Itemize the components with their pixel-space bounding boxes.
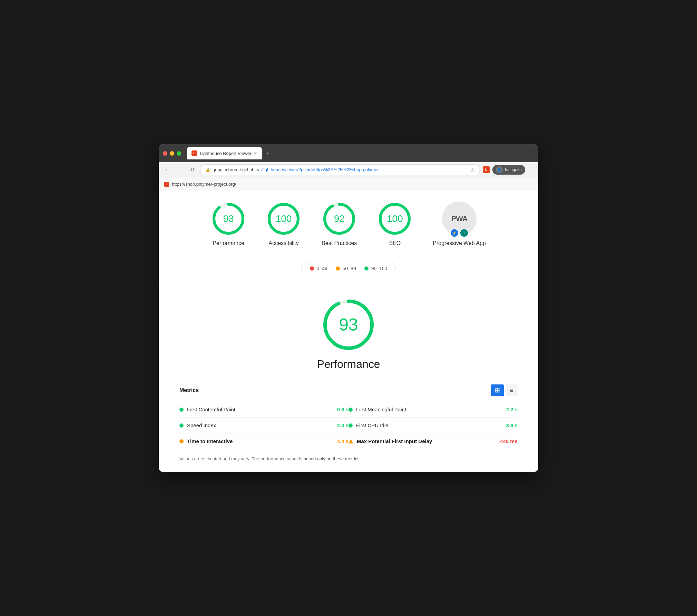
metrics-note: Values are estimated and may vary. The p… [179, 456, 518, 461]
metric-row-fmp: First Meaningful Paint 2.2 s [348, 402, 518, 418]
performance-section: 93 Performance Metrics ⊞ ≡ [159, 283, 538, 472]
accessibility-circle: 100 [266, 202, 301, 236]
best-practices-circle: 92 [322, 202, 356, 236]
metrics-label: Metrics [179, 387, 199, 393]
url-base: googlechrome.github.io [213, 167, 259, 172]
metric-row-fcp: First Contentful Paint 0.8 s [179, 402, 348, 418]
fci-value: 3.6 s [506, 422, 518, 428]
info-bar: L https://shop.polymer-project.org/ ⋮ [159, 177, 538, 191]
seo-circle: 100 [377, 202, 412, 236]
metric-row-fci: First CPU Idle 3.6 s [348, 418, 518, 433]
legend-orange-dot [336, 266, 340, 271]
si-value: 2.3 s [337, 422, 348, 428]
performance-score-value: 93 [223, 213, 234, 224]
fcp-status-dot [179, 408, 184, 412]
refresh-button[interactable]: ↺ [188, 165, 197, 175]
seo-score-item[interactable]: 100 SEO [367, 202, 422, 246]
main-content: 93 Performance 100 Accessibility [159, 191, 538, 472]
mpfid-value: 440 ms [500, 438, 518, 444]
traffic-lights [163, 151, 181, 156]
accessibility-score-value: 100 [276, 213, 292, 224]
info-favicon: L [164, 182, 169, 187]
accessibility-score-item[interactable]: 100 Accessibility [256, 202, 311, 246]
legend-red-label: 0–49 [317, 266, 327, 271]
fci-status-dot [348, 423, 353, 428]
si-name: Speed Index [187, 422, 334, 428]
perf-score-center: 93 Performance [179, 297, 518, 371]
incognito-face-icon: 👤 [496, 166, 503, 173]
performance-score-item[interactable]: 93 Performance [201, 202, 256, 246]
metric-row-tti: Time to Interactive 4.4 s [179, 433, 348, 449]
extension-icon[interactable]: L [483, 166, 490, 173]
list-toggle-button[interactable]: ≡ [505, 384, 518, 396]
tti-name: Time to Interactive [187, 438, 334, 444]
tab-close-button[interactable]: × [254, 150, 257, 156]
metric-row-si: Speed Index 2.3 s [179, 418, 348, 433]
active-tab[interactable]: L Lighthouse Report Viewer × [187, 147, 262, 159]
minimize-traffic-light[interactable] [170, 151, 174, 156]
grid-icon: ⊞ [495, 387, 500, 394]
pwa-plus-icon: + [460, 228, 469, 237]
tti-status-dot [179, 439, 184, 443]
metrics-note-end: . [361, 456, 362, 461]
metrics-note-link[interactable]: based only on these metrics [304, 456, 360, 461]
seo-score-label: SEO [389, 240, 401, 246]
tab-bar: L Lighthouse Report Viewer × + [187, 147, 534, 159]
incognito-label: Incognito [505, 167, 522, 172]
maximize-traffic-light[interactable] [177, 151, 181, 156]
pwa-label: Progressive Web App [433, 240, 486, 246]
fcp-value: 0.8 s [337, 407, 348, 412]
lock-icon: 🔒 [205, 167, 210, 172]
metric-row-mpfid: Max Potential First Input Delay 440 ms [348, 433, 518, 449]
pwa-sub-icons: ⚡ + [450, 228, 469, 237]
forward-button[interactable]: → [175, 165, 185, 175]
close-traffic-light[interactable] [163, 151, 167, 156]
metrics-left-col: First Contentful Paint 0.8 s Speed Index… [179, 402, 348, 449]
metrics-grid: First Contentful Paint 0.8 s Speed Index… [179, 402, 518, 449]
info-bar-url: https://shop.polymer-project.org/ [172, 182, 236, 187]
legend-green-label: 90–100 [371, 266, 387, 271]
mpfid-status-icon [348, 439, 353, 443]
tab-favicon: L [192, 150, 197, 156]
accessibility-score-label: Accessibility [269, 240, 299, 246]
list-icon: ≡ [510, 387, 513, 394]
mpfid-name: Max Potential First Input Delay [357, 438, 497, 444]
scores-section: 93 Performance 100 Accessibility [159, 191, 538, 257]
performance-circle: 93 [211, 202, 246, 236]
metrics-right-col: First Meaningful Paint 2.2 s First CPU I… [348, 402, 518, 449]
legend-red-dot [310, 266, 314, 271]
fmp-name: First Meaningful Paint [356, 407, 503, 412]
fci-name: First CPU Idle [356, 422, 503, 428]
metrics-header: Metrics ⊞ ≡ [179, 384, 518, 396]
legend-section: 0–49 50–89 90–100 [159, 257, 538, 283]
new-tab-button[interactable]: + [263, 149, 273, 157]
legend-orange-label: 50–89 [343, 266, 356, 271]
legend-green-dot [364, 266, 369, 271]
perf-score-number: 93 [339, 315, 358, 335]
tab-title: Lighthouse Report Viewer [200, 151, 251, 156]
bookmark-icon[interactable]: ☆ [470, 167, 475, 173]
legend-box: 0–49 50–89 90–100 [301, 263, 396, 274]
fmp-status-dot [348, 408, 353, 412]
legend-red: 0–49 [310, 266, 327, 271]
fmp-value: 2.2 s [506, 407, 518, 412]
info-bar-menu[interactable]: ⋮ [527, 181, 533, 187]
incognito-button[interactable]: 👤 Incognito [492, 165, 525, 175]
best-practices-score-item[interactable]: 92 Best Practices [311, 202, 367, 246]
grid-toggle-button[interactable]: ⊞ [491, 384, 504, 396]
si-status-dot [179, 423, 184, 428]
browser-window: L Lighthouse Report Viewer × + ← → ↺ 🔒 g… [159, 144, 538, 472]
url-bar[interactable]: 🔒 googlechrome.github.io /lighthouse/vie… [200, 164, 480, 175]
pwa-score-item[interactable]: PWA ⚡ + Progressive Web App [422, 202, 496, 246]
url-path: /lighthouse/viewer/?psiurl=https%3A%2F%2… [261, 167, 384, 172]
fcp-name: First Contentful Paint [187, 407, 334, 412]
back-button[interactable]: ← [163, 165, 173, 175]
pwa-text: PWA [451, 214, 468, 223]
perf-large-circle: 93 [321, 297, 376, 352]
pwa-lightning-icon: ⚡ [450, 228, 459, 237]
metrics-toggle: ⊞ ≡ [491, 384, 518, 396]
perf-section-title: Performance [317, 358, 380, 371]
title-bar: L Lighthouse Report Viewer × + [159, 144, 538, 162]
chrome-menu-button[interactable]: ⋮ [528, 166, 534, 174]
address-bar: ← → ↺ 🔒 googlechrome.github.io /lighthou… [159, 162, 538, 177]
